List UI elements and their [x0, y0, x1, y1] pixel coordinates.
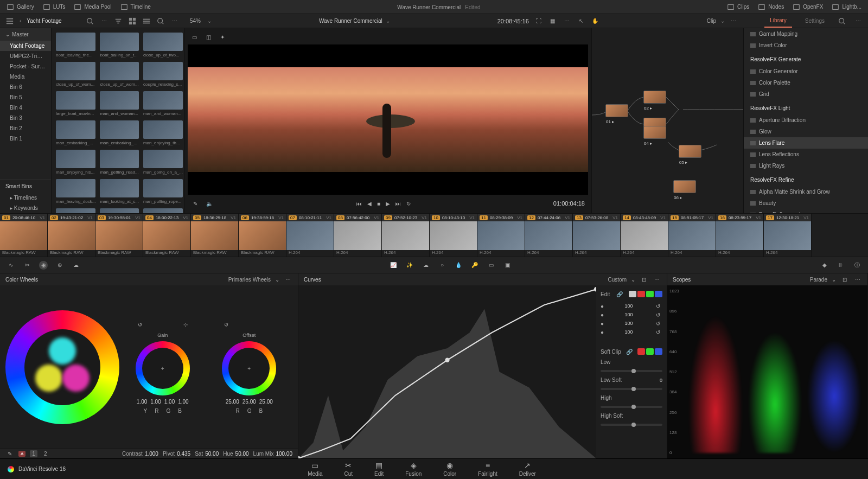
- master-bin[interactable]: ⌄ Master: [0, 28, 51, 41]
- media-clip[interactable]: man_going_on_a_...: [143, 150, 183, 175]
- r-chip[interactable]: [637, 291, 645, 297]
- bin-item[interactable]: Bin 1: [0, 133, 51, 144]
- media-clip[interactable]: couple_relaxing_s...: [143, 62, 183, 87]
- expand-icon[interactable]: ⊡: [640, 275, 648, 284]
- search-icon[interactable]: [86, 17, 94, 25]
- viewer-canvas[interactable]: [188, 44, 588, 195]
- list-view-icon[interactable]: [5, 17, 14, 25]
- timeline-clip[interactable]: 0120:08:46:10V1Blackmagic RAW: [0, 214, 48, 257]
- media-clip[interactable]: man_embarking_...: [56, 120, 95, 145]
- nodes-button[interactable]: Nodes: [758, 3, 784, 11]
- offset-wheel[interactable]: [222, 341, 276, 395]
- image-wipe-icon[interactable]: ▭: [190, 33, 199, 41]
- chevron-down-icon[interactable]: ⌄: [207, 18, 212, 24]
- timeline-clip[interactable]: 1008:10:43:10V1H.264: [430, 214, 477, 257]
- fx-item[interactable]: Lens Flare: [744, 137, 868, 149]
- smart-bin-item[interactable]: ▸ Timelines: [0, 193, 51, 203]
- timeline-clip[interactable]: 1307:53:26:08V1H.264: [573, 214, 621, 257]
- reset-icon[interactable]: ↺: [654, 310, 662, 319]
- 3d-icon[interactable]: ▣: [503, 261, 512, 270]
- media-clip[interactable]: man_getting_read...: [100, 150, 139, 175]
- g-chip[interactable]: [646, 291, 654, 297]
- timeline-clip[interactable]: 0418:00:22:13V1Blackmagic RAW: [143, 214, 191, 257]
- pivot-value[interactable]: 0.435: [177, 451, 190, 457]
- link-icon[interactable]: 🔗: [625, 347, 634, 356]
- g-chip[interactable]: [646, 348, 654, 355]
- more-icon[interactable]: ⋯: [653, 275, 661, 284]
- page-fairlight[interactable]: ≡Fairlight: [478, 461, 497, 477]
- low-slider[interactable]: [601, 370, 662, 372]
- bin-item[interactable]: Media: [0, 72, 51, 82]
- expand-icon[interactable]: ⛶: [534, 17, 543, 25]
- drop-icon[interactable]: 💧: [454, 261, 463, 270]
- step-back-icon[interactable]: ◀: [367, 201, 372, 207]
- sort-icon[interactable]: [114, 17, 123, 25]
- openfx-button[interactable]: OpenFX: [793, 3, 823, 11]
- timeline-button[interactable]: Timeline: [120, 3, 151, 11]
- page-2[interactable]: 2: [42, 450, 49, 457]
- fx-item[interactable]: Invert Color: [744, 40, 868, 51]
- color-node[interactable]: 05 ▸: [679, 145, 701, 158]
- page-edit[interactable]: ▤Edit: [374, 461, 384, 477]
- bin-item[interactable]: Yacht Footage: [0, 41, 51, 51]
- bin-item[interactable]: Bin 3: [0, 113, 51, 123]
- reset-icon[interactable]: ↺: [654, 328, 662, 336]
- qualifier-tool-icon[interactable]: ✂: [23, 261, 31, 270]
- wand-icon[interactable]: ✨: [405, 261, 414, 270]
- bin-item[interactable]: Pocket - Surf Sh...: [0, 61, 51, 72]
- luts-button[interactable]: LUTs: [43, 3, 66, 11]
- curves-icon[interactable]: 📈: [389, 261, 398, 270]
- tab-settings[interactable]: Settings: [800, 15, 830, 27]
- tracking-tool-icon[interactable]: ⊕: [55, 261, 64, 270]
- goto-start-icon[interactable]: ⏮: [356, 201, 362, 207]
- media-clip[interactable]: boat_leaving_the...: [56, 33, 95, 58]
- curves-graph[interactable]: [298, 285, 596, 458]
- curve-intensity-row[interactable]: ●100↺: [601, 302, 662, 310]
- circle-icon[interactable]: ○: [438, 261, 446, 270]
- stop-icon[interactable]: ■: [377, 201, 380, 207]
- y-chip[interactable]: [629, 291, 636, 297]
- unmute-icon[interactable]: 🔈: [205, 199, 214, 208]
- node-graph[interactable]: 01 ▸02 ▸03 ▸04 ▸05 ▸06 ▸: [591, 28, 743, 213]
- media-clip[interactable]: large_boat_movin...: [56, 91, 95, 116]
- fx-item[interactable]: Color Generator: [744, 66, 868, 77]
- more-icon[interactable]: ⋯: [563, 17, 571, 25]
- chevron-down-icon[interactable]: ⌄: [275, 277, 279, 283]
- media-clip[interactable]: man_embarking_...: [100, 120, 139, 145]
- timeline-clip[interactable]: 0219:43:21:02V1Blackmagic RAW: [48, 214, 95, 257]
- color-node[interactable]: 02 ▸: [643, 91, 666, 104]
- reset-icon[interactable]: ↺: [654, 319, 662, 328]
- reset-icon[interactable]: ↺: [136, 321, 144, 329]
- timeline-clip[interactable]: 0708:10:21:11V1H.264: [286, 214, 334, 257]
- auto-icon[interactable]: ✎: [5, 450, 14, 458]
- page-1[interactable]: 1: [30, 450, 37, 457]
- timeline-clip[interactable]: 1207:44:24:06V1H.264: [525, 214, 573, 257]
- timeline-clip[interactable]: 1712:30:18:21V1H.264: [764, 214, 812, 257]
- timeline-clip[interactable]: 0807:56:42:00V1H.264: [334, 214, 382, 257]
- media-clip[interactable]: man_pulling_up_s...: [56, 208, 95, 213]
- timeline-clip[interactable]: 1608:23:59:17V1H.264: [716, 214, 764, 257]
- media-clip[interactable]: close_up_of_two...: [143, 33, 183, 58]
- cursor-icon[interactable]: ↖: [577, 17, 585, 25]
- media-clip[interactable]: man_leaving_dock...: [56, 179, 95, 204]
- more-icon[interactable]: ⋯: [284, 275, 292, 284]
- media-clip[interactable]: man_pulling_rope...: [143, 179, 183, 204]
- media-clip[interactable]: boat_sailing_on_t...: [100, 33, 139, 58]
- more-icon[interactable]: ⋯: [854, 17, 863, 25]
- search-icon-2[interactable]: [156, 17, 165, 25]
- chevron-down-icon[interactable]: ⌄: [720, 18, 725, 24]
- reset-icon[interactable]: ↺: [654, 302, 662, 310]
- timeline-clip[interactable]: 0518:36:29:18V1Blackmagic RAW: [191, 214, 239, 257]
- sizing-icon[interactable]: ▭: [487, 261, 495, 270]
- more-icon[interactable]: ⋯: [853, 275, 862, 284]
- timeline-clip[interactable]: 0619:38:59:16V1Blackmagic RAW: [239, 214, 286, 257]
- chevron-down-icon[interactable]: ⌄: [832, 277, 836, 283]
- split-icon[interactable]: ◫: [204, 33, 213, 41]
- goto-end-icon[interactable]: ⏭: [395, 201, 401, 207]
- highsoft-slider[interactable]: [601, 424, 662, 426]
- curves-mode[interactable]: Custom: [608, 277, 627, 283]
- media-clip[interactable]: man_and_woman...: [100, 91, 139, 116]
- fx-item[interactable]: Face Refinement: [744, 209, 868, 213]
- page-fusion[interactable]: ◈Fusion: [405, 461, 422, 477]
- page-color[interactable]: ◉Color: [443, 461, 456, 477]
